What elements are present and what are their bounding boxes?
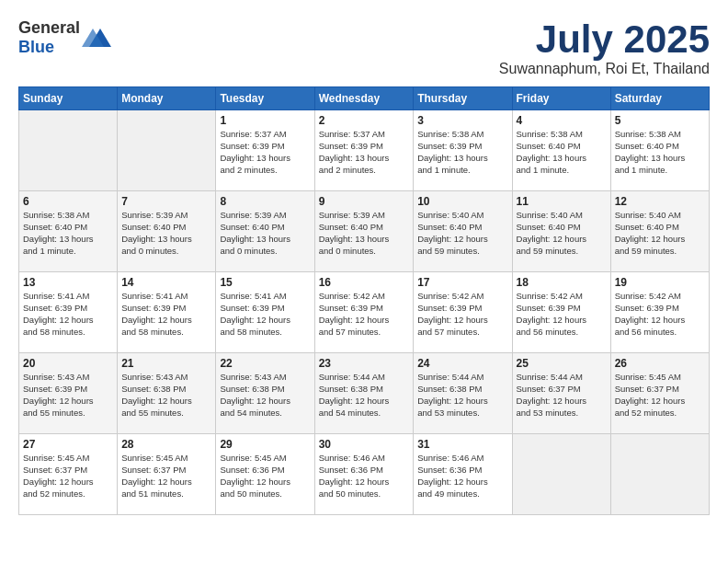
day-info: Sunrise: 5:42 AM Sunset: 6:39 PM Dayligh… bbox=[615, 291, 705, 338]
day-number: 18 bbox=[517, 276, 607, 289]
day-info: Sunrise: 5:44 AM Sunset: 6:38 PM Dayligh… bbox=[319, 372, 410, 419]
day-info: Sunrise: 5:39 AM Sunset: 6:40 PM Dayligh… bbox=[220, 210, 310, 257]
calendar-cell: 4Sunrise: 5:38 AM Sunset: 6:40 PM Daylig… bbox=[512, 110, 610, 191]
calendar-cell bbox=[610, 434, 709, 515]
title-block: July 2025 Suwannaphum, Roi Et, Thailand bbox=[499, 18, 710, 77]
day-number: 27 bbox=[23, 438, 113, 451]
day-info: Sunrise: 5:40 AM Sunset: 6:40 PM Dayligh… bbox=[417, 210, 507, 257]
calendar-cell: 6Sunrise: 5:38 AM Sunset: 6:40 PM Daylig… bbox=[19, 191, 118, 272]
day-info: Sunrise: 5:42 AM Sunset: 6:39 PM Dayligh… bbox=[517, 291, 607, 338]
day-info: Sunrise: 5:38 AM Sunset: 6:40 PM Dayligh… bbox=[23, 210, 113, 257]
day-info: Sunrise: 5:43 AM Sunset: 6:38 PM Dayligh… bbox=[121, 372, 211, 419]
calendar-cell: 29Sunrise: 5:45 AM Sunset: 6:36 PM Dayli… bbox=[216, 434, 314, 515]
day-info: Sunrise: 5:46 AM Sunset: 6:36 PM Dayligh… bbox=[319, 453, 410, 500]
day-number: 9 bbox=[319, 195, 410, 208]
day-number: 3 bbox=[417, 114, 507, 127]
location-subtitle: Suwannaphum, Roi Et, Thailand bbox=[499, 61, 710, 77]
day-number: 19 bbox=[615, 276, 705, 289]
calendar-week-row: 27Sunrise: 5:45 AM Sunset: 6:37 PM Dayli… bbox=[19, 434, 710, 515]
calendar-cell: 15Sunrise: 5:41 AM Sunset: 6:39 PM Dayli… bbox=[216, 272, 314, 353]
calendar-cell: 7Sunrise: 5:39 AM Sunset: 6:40 PM Daylig… bbox=[118, 191, 216, 272]
day-number: 30 bbox=[319, 438, 410, 451]
calendar-cell: 3Sunrise: 5:38 AM Sunset: 6:39 PM Daylig… bbox=[414, 110, 512, 191]
day-number: 8 bbox=[220, 195, 310, 208]
calendar-cell: 9Sunrise: 5:39 AM Sunset: 6:40 PM Daylig… bbox=[314, 191, 414, 272]
day-number: 23 bbox=[319, 357, 410, 370]
calendar-week-row: 20Sunrise: 5:43 AM Sunset: 6:39 PM Dayli… bbox=[19, 353, 710, 434]
day-number: 24 bbox=[417, 357, 507, 370]
day-number: 22 bbox=[220, 357, 310, 370]
logo-blue: Blue bbox=[18, 38, 54, 56]
weekday-header: Saturday bbox=[610, 87, 709, 110]
day-info: Sunrise: 5:38 AM Sunset: 6:40 PM Dayligh… bbox=[615, 129, 705, 176]
calendar-cell bbox=[512, 434, 610, 515]
calendar-cell: 25Sunrise: 5:44 AM Sunset: 6:37 PM Dayli… bbox=[512, 353, 610, 434]
calendar-cell: 10Sunrise: 5:40 AM Sunset: 6:40 PM Dayli… bbox=[414, 191, 512, 272]
calendar-cell: 19Sunrise: 5:42 AM Sunset: 6:39 PM Dayli… bbox=[610, 272, 709, 353]
calendar-cell: 5Sunrise: 5:38 AM Sunset: 6:40 PM Daylig… bbox=[610, 110, 709, 191]
day-number: 2 bbox=[319, 114, 410, 127]
day-number: 14 bbox=[121, 276, 211, 289]
day-number: 1 bbox=[220, 114, 310, 127]
logo-general: General bbox=[18, 18, 80, 37]
calendar-cell: 2Sunrise: 5:37 AM Sunset: 6:39 PM Daylig… bbox=[314, 110, 414, 191]
calendar-cell: 28Sunrise: 5:45 AM Sunset: 6:37 PM Dayli… bbox=[118, 434, 216, 515]
calendar-cell: 18Sunrise: 5:42 AM Sunset: 6:39 PM Dayli… bbox=[512, 272, 610, 353]
weekday-header-row: SundayMondayTuesdayWednesdayThursdayFrid… bbox=[19, 87, 710, 110]
calendar-week-row: 13Sunrise: 5:41 AM Sunset: 6:39 PM Dayli… bbox=[19, 272, 710, 353]
day-info: Sunrise: 5:37 AM Sunset: 6:39 PM Dayligh… bbox=[319, 129, 410, 176]
day-number: 15 bbox=[220, 276, 310, 289]
day-number: 29 bbox=[220, 438, 310, 451]
calendar-week-row: 6Sunrise: 5:38 AM Sunset: 6:40 PM Daylig… bbox=[19, 191, 710, 272]
day-info: Sunrise: 5:41 AM Sunset: 6:39 PM Dayligh… bbox=[121, 291, 211, 338]
weekday-header: Thursday bbox=[414, 87, 512, 110]
logo: General Blue bbox=[18, 18, 111, 57]
calendar-cell bbox=[19, 110, 118, 191]
calendar-cell: 21Sunrise: 5:43 AM Sunset: 6:38 PM Dayli… bbox=[118, 353, 216, 434]
weekday-header: Tuesday bbox=[216, 87, 314, 110]
day-info: Sunrise: 5:42 AM Sunset: 6:39 PM Dayligh… bbox=[417, 291, 507, 338]
day-info: Sunrise: 5:43 AM Sunset: 6:38 PM Dayligh… bbox=[220, 372, 310, 419]
calendar-cell: 24Sunrise: 5:44 AM Sunset: 6:38 PM Dayli… bbox=[414, 353, 512, 434]
calendar-cell: 13Sunrise: 5:41 AM Sunset: 6:39 PM Dayli… bbox=[19, 272, 118, 353]
weekday-header: Monday bbox=[118, 87, 216, 110]
calendar-cell: 12Sunrise: 5:40 AM Sunset: 6:40 PM Dayli… bbox=[610, 191, 709, 272]
day-number: 10 bbox=[417, 195, 507, 208]
day-number: 21 bbox=[121, 357, 211, 370]
day-number: 7 bbox=[121, 195, 211, 208]
day-number: 20 bbox=[23, 357, 113, 370]
day-number: 12 bbox=[615, 195, 705, 208]
calendar-cell: 27Sunrise: 5:45 AM Sunset: 6:37 PM Dayli… bbox=[19, 434, 118, 515]
logo-text: General Blue bbox=[18, 18, 80, 57]
day-number: 17 bbox=[417, 276, 507, 289]
calendar-cell: 23Sunrise: 5:44 AM Sunset: 6:38 PM Dayli… bbox=[314, 353, 414, 434]
day-info: Sunrise: 5:42 AM Sunset: 6:39 PM Dayligh… bbox=[319, 291, 410, 338]
calendar-cell: 22Sunrise: 5:43 AM Sunset: 6:38 PM Dayli… bbox=[216, 353, 314, 434]
day-info: Sunrise: 5:46 AM Sunset: 6:36 PM Dayligh… bbox=[417, 453, 507, 500]
calendar-cell: 16Sunrise: 5:42 AM Sunset: 6:39 PM Dayli… bbox=[314, 272, 414, 353]
day-info: Sunrise: 5:44 AM Sunset: 6:37 PM Dayligh… bbox=[517, 372, 607, 419]
day-number: 28 bbox=[121, 438, 211, 451]
day-number: 25 bbox=[517, 357, 607, 370]
page-header: General Blue July 2025 Suwannaphum, Roi … bbox=[18, 18, 710, 77]
day-info: Sunrise: 5:39 AM Sunset: 6:40 PM Dayligh… bbox=[121, 210, 211, 257]
day-number: 11 bbox=[517, 195, 607, 208]
day-number: 13 bbox=[23, 276, 113, 289]
day-info: Sunrise: 5:45 AM Sunset: 6:37 PM Dayligh… bbox=[23, 453, 113, 500]
weekday-header: Friday bbox=[512, 87, 610, 110]
day-info: Sunrise: 5:45 AM Sunset: 6:37 PM Dayligh… bbox=[615, 372, 705, 419]
calendar-cell bbox=[118, 110, 216, 191]
day-info: Sunrise: 5:40 AM Sunset: 6:40 PM Dayligh… bbox=[615, 210, 705, 257]
day-info: Sunrise: 5:38 AM Sunset: 6:40 PM Dayligh… bbox=[517, 129, 607, 176]
logo-icon bbox=[82, 25, 111, 51]
day-info: Sunrise: 5:38 AM Sunset: 6:39 PM Dayligh… bbox=[417, 129, 507, 176]
calendar-cell: 31Sunrise: 5:46 AM Sunset: 6:36 PM Dayli… bbox=[414, 434, 512, 515]
day-info: Sunrise: 5:40 AM Sunset: 6:40 PM Dayligh… bbox=[517, 210, 607, 257]
day-info: Sunrise: 5:45 AM Sunset: 6:37 PM Dayligh… bbox=[121, 453, 211, 500]
calendar-cell: 26Sunrise: 5:45 AM Sunset: 6:37 PM Dayli… bbox=[610, 353, 709, 434]
weekday-header: Wednesday bbox=[314, 87, 414, 110]
day-info: Sunrise: 5:45 AM Sunset: 6:36 PM Dayligh… bbox=[220, 453, 310, 500]
day-number: 31 bbox=[417, 438, 507, 451]
day-info: Sunrise: 5:41 AM Sunset: 6:39 PM Dayligh… bbox=[23, 291, 113, 338]
calendar-cell: 30Sunrise: 5:46 AM Sunset: 6:36 PM Dayli… bbox=[314, 434, 414, 515]
